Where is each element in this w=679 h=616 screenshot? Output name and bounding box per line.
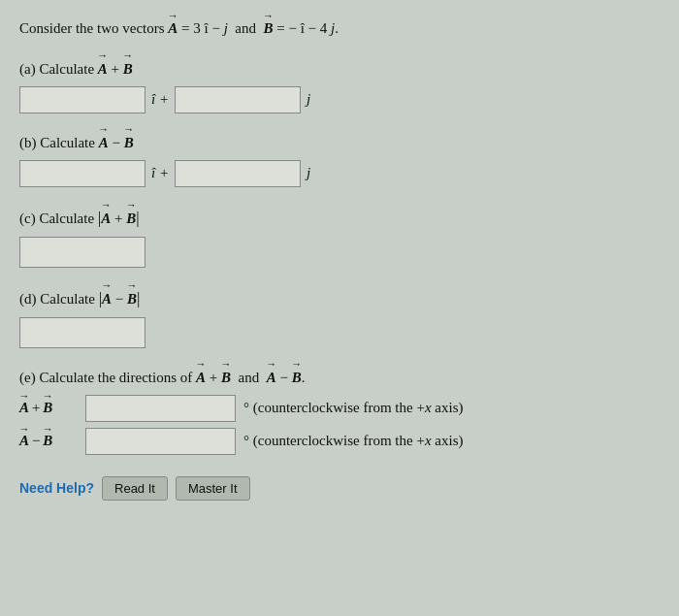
- part-e-vec-A2: A: [267, 366, 276, 389]
- part-e-vec-A1: A: [196, 366, 206, 389]
- part-d-abs-close: |: [137, 289, 140, 308]
- part-a-vec-B: B: [123, 57, 133, 81]
- part-e-vec-B2: B: [292, 366, 302, 389]
- part-c-vec-A: A: [101, 207, 111, 230]
- vec-A-symbol: A: [168, 17, 178, 40]
- part-e-unit2: ° (counterclockwise from the +x axis): [243, 433, 464, 449]
- part-b-inputs: î + j: [19, 160, 652, 187]
- part-a-j-unit: j: [307, 91, 310, 108]
- need-help-text: Need Help?: [19, 480, 94, 496]
- part-c: (c) Calculate |A + B|: [19, 205, 652, 268]
- read-it-button[interactable]: Read It: [102, 476, 168, 501]
- part-b-j-unit: j: [307, 165, 310, 181]
- part-a-i-unit: î +: [151, 91, 169, 108]
- part-a-vec-A: A: [98, 57, 108, 81]
- part-b-label: (b) Calculate A − B: [19, 131, 652, 154]
- part-e-input2[interactable]: [85, 428, 236, 455]
- part-b: (b) Calculate A − B î + j: [19, 131, 652, 187]
- need-help-bar: Need Help? Read It Master It: [19, 476, 652, 501]
- part-e-label: (e) Calculate the directions of A + B an…: [19, 366, 652, 389]
- part-b-j-input[interactable]: [175, 160, 301, 187]
- part-c-abs-close: |: [136, 209, 139, 227]
- problem-statement: Consider the two vectors A = 3 î − j and…: [19, 17, 652, 40]
- part-e-combo2-label: A − B: [19, 433, 78, 449]
- part-b-vec-A: A: [99, 131, 109, 154]
- part-c-label: (c) Calculate |A + B|: [19, 205, 652, 231]
- part-d-label: (d) Calculate |A − B|: [19, 285, 652, 311]
- part-e-vec-B1: B: [221, 366, 231, 389]
- part-b-i-input[interactable]: [19, 160, 146, 187]
- part-d-vec-A: A: [102, 287, 112, 310]
- part-e-combo1-label: A + B: [19, 400, 78, 416]
- part-a-j-input[interactable]: [175, 86, 301, 113]
- vec-B-symbol: B: [264, 17, 274, 40]
- part-b-i-unit: î +: [151, 165, 169, 181]
- part-d-input[interactable]: [19, 317, 146, 348]
- part-e-input1[interactable]: [85, 395, 236, 422]
- part-e-unit1: ° (counterclockwise from the +x axis): [243, 400, 464, 416]
- part-a-i-input[interactable]: [19, 86, 146, 113]
- part-b-vec-B: B: [124, 131, 134, 154]
- part-d-inputs: [19, 317, 652, 348]
- part-e-row1: A + B ° (counterclockwise from the +x ax…: [19, 395, 652, 422]
- part-a: (a) Calculate A + B î + j: [19, 57, 652, 113]
- part-e-row2: A − B ° (counterclockwise from the +x ax…: [19, 428, 652, 455]
- part-a-label: (a) Calculate A + B: [19, 57, 652, 81]
- part-d-vec-B: B: [127, 287, 137, 310]
- part-c-vec-B: B: [126, 207, 136, 230]
- part-a-inputs: î + j: [19, 86, 652, 113]
- part-d: (d) Calculate |A − B|: [19, 285, 652, 348]
- part-c-input[interactable]: [19, 237, 146, 268]
- master-it-button[interactable]: Master It: [176, 476, 250, 501]
- part-c-inputs: [19, 237, 652, 268]
- part-e: (e) Calculate the directions of A + B an…: [19, 366, 652, 455]
